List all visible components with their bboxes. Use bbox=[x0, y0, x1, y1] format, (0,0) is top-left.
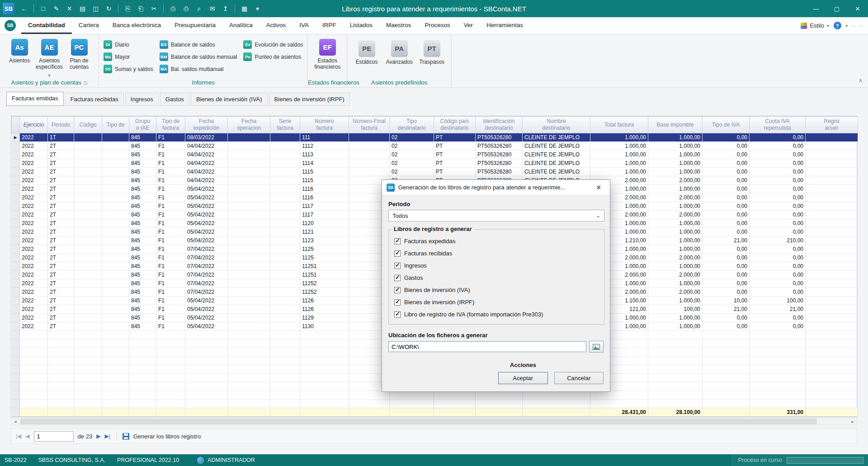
cell[interactable]: 0,00 bbox=[750, 219, 806, 228]
checkbox-icon[interactable] bbox=[394, 299, 401, 306]
cell[interactable] bbox=[74, 219, 102, 228]
cell[interactable]: 845 bbox=[129, 305, 156, 314]
ribbon-button-diario[interactable]: DiDiario bbox=[104, 39, 153, 50]
cell[interactable]: 0,00 bbox=[703, 219, 750, 228]
cell[interactable]: 845 bbox=[129, 262, 156, 271]
cell[interactable] bbox=[806, 133, 858, 142]
cell[interactable] bbox=[806, 262, 858, 271]
cell[interactable]: F1 bbox=[156, 262, 185, 271]
cell[interactable]: 05/04/2022 bbox=[185, 297, 228, 305]
cell[interactable]: F1 bbox=[156, 245, 185, 254]
cell[interactable]: 2T bbox=[48, 193, 74, 202]
column-header-tipo-de[interactable]: Tipo de bbox=[102, 117, 129, 133]
cell[interactable]: 2022 bbox=[20, 271, 48, 279]
cell[interactable]: 2T bbox=[48, 245, 74, 254]
cell[interactable]: 1.000,00 bbox=[648, 262, 703, 271]
cell[interactable] bbox=[806, 297, 858, 305]
cell[interactable] bbox=[74, 288, 102, 297]
checkbox-bienes-de-inversion-iva[interactable]: Bienes de inversión (IVA) bbox=[394, 284, 599, 296]
column-header-numero-final-factura[interactable]: Número-Final factura bbox=[349, 117, 390, 133]
cell[interactable] bbox=[228, 288, 270, 297]
ribbon-button-asientos[interactable]: As Asientos bbox=[5, 37, 34, 64]
column-header-base-imponible[interactable]: Base imponible bbox=[648, 117, 703, 133]
cell[interactable]: 2022 bbox=[20, 168, 48, 176]
cell[interactable]: 0,00 bbox=[750, 279, 806, 288]
cell[interactable]: 05/04/2022 bbox=[185, 314, 228, 322]
ribbon-pin-icon[interactable]: ▫ bbox=[860, 23, 862, 29]
cell[interactable]: 05/04/2022 bbox=[185, 228, 228, 236]
save-icon[interactable]: ◫ bbox=[90, 3, 102, 15]
column-header-fecha-operacion[interactable]: Fecha operacion bbox=[228, 117, 270, 133]
cell[interactable]: 1.000,00 bbox=[648, 159, 703, 168]
cell[interactable]: 1116 bbox=[300, 185, 349, 193]
cell[interactable]: 845 bbox=[129, 159, 156, 168]
cell[interactable]: 2022 bbox=[20, 151, 48, 159]
cell[interactable]: 2T bbox=[48, 314, 74, 322]
dialog-close-icon[interactable]: ✕ bbox=[592, 184, 605, 191]
cell[interactable] bbox=[228, 314, 270, 322]
cell[interactable] bbox=[806, 236, 858, 245]
cell[interactable]: 0,00 bbox=[750, 168, 806, 176]
cell[interactable] bbox=[74, 314, 102, 322]
cell[interactable]: 1.000,00 bbox=[648, 228, 703, 236]
help-icon[interactable]: ? bbox=[834, 22, 841, 29]
cell[interactable]: 100,00 bbox=[750, 297, 806, 305]
column-header-regist-acuer[interactable]: Regist acuer bbox=[806, 117, 858, 133]
cell[interactable] bbox=[228, 279, 270, 288]
cell[interactable]: 2022 bbox=[20, 228, 48, 236]
cell[interactable] bbox=[228, 245, 270, 254]
column-header-numero-factura[interactable]: Número factura bbox=[300, 117, 349, 133]
column-header-cuota-iva-repercutida[interactable]: Cuota IVA repercutida bbox=[750, 117, 806, 133]
cell[interactable] bbox=[74, 279, 102, 288]
open-icon[interactable]: ▤ bbox=[76, 3, 89, 15]
cell[interactable]: 845 bbox=[129, 142, 156, 151]
cell[interactable]: 2.000,00 bbox=[648, 254, 703, 262]
cell[interactable]: 11251 bbox=[300, 271, 349, 279]
back-icon[interactable]: ← bbox=[18, 3, 30, 15]
cell[interactable]: 1.000,00 bbox=[648, 219, 703, 228]
cell[interactable]: 1117 bbox=[300, 202, 349, 211]
cell[interactable] bbox=[270, 168, 300, 176]
cell[interactable]: 0,00 bbox=[703, 159, 750, 168]
cell[interactable] bbox=[74, 133, 102, 142]
ribbon-button-bal-saldos-multianual[interactable]: MABal. saldos multianual bbox=[160, 64, 237, 74]
cell[interactable]: 0,00 bbox=[703, 245, 750, 254]
cell[interactable] bbox=[270, 305, 300, 314]
help-chevron-icon[interactable]: ▾ bbox=[846, 24, 848, 28]
cell[interactable]: 1.000,00 bbox=[648, 168, 703, 176]
cell[interactable]: 1.000,00 bbox=[648, 245, 703, 254]
checkbox-icon[interactable] bbox=[394, 238, 401, 245]
cell[interactable]: 1130 bbox=[300, 322, 349, 331]
cell[interactable]: 1T bbox=[48, 133, 74, 142]
cell[interactable] bbox=[74, 305, 102, 314]
cell[interactable] bbox=[102, 133, 129, 142]
menu-tab-irpf[interactable]: IRPF bbox=[316, 17, 343, 34]
cell[interactable]: 2.000,00 bbox=[648, 288, 703, 297]
cell[interactable] bbox=[806, 185, 858, 193]
print-icon[interactable]: ⎙ bbox=[167, 3, 179, 15]
cell[interactable]: 2T bbox=[48, 262, 74, 271]
cell[interactable]: 0,00 bbox=[703, 271, 750, 279]
cell[interactable]: 0,00 bbox=[750, 288, 806, 297]
cell[interactable] bbox=[102, 262, 129, 271]
cell[interactable]: 1.000,00 bbox=[648, 314, 703, 322]
cell[interactable]: F1 bbox=[156, 297, 185, 305]
menu-tab-presupuestaria[interactable]: Presupuestaria bbox=[168, 17, 222, 34]
table-row[interactable]: 20222T845F104/04/2022111302PTPT505326280… bbox=[12, 151, 858, 159]
cell[interactable] bbox=[228, 133, 270, 142]
cell[interactable] bbox=[74, 151, 102, 159]
cell[interactable] bbox=[102, 279, 129, 288]
cell[interactable] bbox=[228, 322, 270, 331]
cell[interactable]: 2T bbox=[48, 236, 74, 245]
table-icon[interactable]: ▦ bbox=[238, 3, 250, 15]
cell[interactable] bbox=[102, 288, 129, 297]
cell[interactable]: 1.000,00 bbox=[648, 279, 703, 288]
cell[interactable]: 1.000,00 bbox=[648, 322, 703, 331]
table-row[interactable]: 20222T845F104/04/2022111502PTPT505326280… bbox=[12, 168, 858, 176]
cell[interactable]: 02 bbox=[390, 142, 434, 151]
cell[interactable]: 1126 bbox=[300, 297, 349, 305]
cell[interactable]: F1 bbox=[156, 322, 185, 331]
cell[interactable]: 05/04/2022 bbox=[185, 193, 228, 202]
cell[interactable]: F1 bbox=[156, 159, 185, 168]
cell[interactable]: 0,00 bbox=[750, 176, 806, 185]
